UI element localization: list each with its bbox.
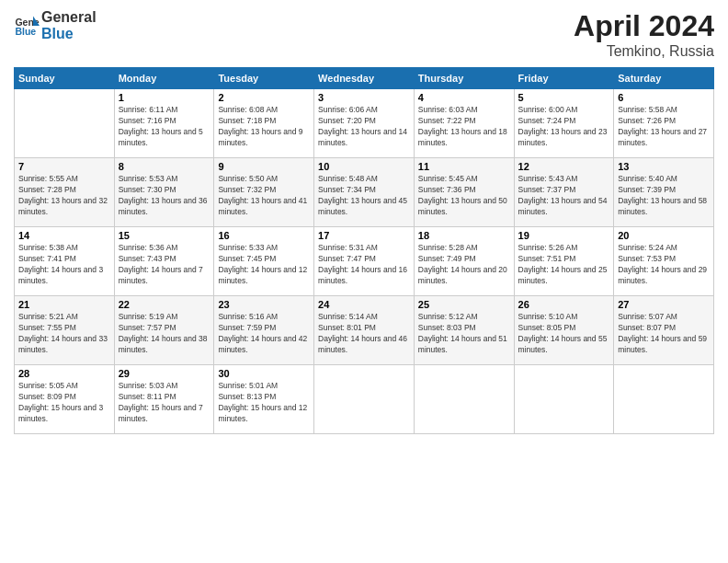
calendar-cell: 29 Sunrise: 5:03 AM Sunset: 8:11 PM Dayl… bbox=[114, 365, 214, 434]
day-number: 21 bbox=[18, 299, 110, 310]
day-info: Sunrise: 6:11 AM Sunset: 7:16 PM Dayligh… bbox=[119, 105, 210, 149]
day-info: Sunrise: 5:24 AM Sunset: 7:53 PM Dayligh… bbox=[618, 243, 710, 287]
day-info: Sunrise: 6:03 AM Sunset: 7:22 PM Dayligh… bbox=[418, 105, 510, 149]
logo-blue: Blue bbox=[41, 26, 97, 42]
day-number: 9 bbox=[218, 161, 310, 172]
day-info: Sunrise: 5:10 AM Sunset: 8:05 PM Dayligh… bbox=[518, 312, 610, 356]
weekday-header-sunday: Sunday bbox=[15, 68, 115, 89]
day-number: 7 bbox=[18, 161, 110, 172]
day-number: 14 bbox=[18, 230, 110, 241]
calendar-cell: 26 Sunrise: 5:10 AM Sunset: 8:05 PM Dayl… bbox=[514, 296, 614, 365]
calendar-cell: 1 Sunrise: 6:11 AM Sunset: 7:16 PM Dayli… bbox=[114, 89, 214, 158]
calendar-week-2: 14 Sunrise: 5:38 AM Sunset: 7:41 PM Dayl… bbox=[15, 227, 714, 296]
day-number: 20 bbox=[618, 230, 710, 241]
day-number: 27 bbox=[618, 299, 710, 310]
day-number: 22 bbox=[119, 299, 210, 310]
day-info: Sunrise: 5:12 AM Sunset: 8:03 PM Dayligh… bbox=[418, 312, 510, 356]
calendar-cell bbox=[15, 89, 115, 158]
calendar-cell: 17 Sunrise: 5:31 AM Sunset: 7:47 PM Dayl… bbox=[314, 227, 415, 296]
day-number: 2 bbox=[218, 92, 310, 103]
day-info: Sunrise: 5:03 AM Sunset: 8:11 PM Dayligh… bbox=[119, 381, 210, 425]
logo: General Blue General Blue bbox=[14, 9, 97, 41]
weekday-header-row: SundayMondayTuesdayWednesdayThursdayFrid… bbox=[15, 68, 714, 89]
day-number: 19 bbox=[518, 230, 610, 241]
day-number: 6 bbox=[618, 92, 710, 103]
main-container: General Blue General Blue April 2024 Tem… bbox=[0, 0, 728, 443]
calendar-cell: 9 Sunrise: 5:50 AM Sunset: 7:32 PM Dayli… bbox=[214, 158, 314, 227]
day-info: Sunrise: 5:33 AM Sunset: 7:45 PM Dayligh… bbox=[218, 243, 310, 287]
weekday-header-wednesday: Wednesday bbox=[314, 68, 415, 89]
calendar-cell: 7 Sunrise: 5:55 AM Sunset: 7:28 PM Dayli… bbox=[15, 158, 115, 227]
calendar-cell: 18 Sunrise: 5:28 AM Sunset: 7:49 PM Dayl… bbox=[414, 227, 514, 296]
day-info: Sunrise: 5:16 AM Sunset: 7:59 PM Dayligh… bbox=[218, 312, 310, 356]
day-number: 3 bbox=[318, 92, 410, 103]
day-info: Sunrise: 5:31 AM Sunset: 7:47 PM Dayligh… bbox=[318, 243, 410, 287]
day-info: Sunrise: 5:07 AM Sunset: 8:07 PM Dayligh… bbox=[618, 312, 710, 356]
day-number: 4 bbox=[418, 92, 510, 103]
calendar-cell: 5 Sunrise: 6:00 AM Sunset: 7:24 PM Dayli… bbox=[514, 89, 614, 158]
svg-text:Blue: Blue bbox=[15, 25, 36, 36]
day-number: 15 bbox=[119, 230, 210, 241]
calendar-cell: 22 Sunrise: 5:19 AM Sunset: 7:57 PM Dayl… bbox=[114, 296, 214, 365]
calendar-week-3: 21 Sunrise: 5:21 AM Sunset: 7:55 PM Dayl… bbox=[15, 296, 714, 365]
day-number: 29 bbox=[119, 368, 210, 379]
calendar-cell: 23 Sunrise: 5:16 AM Sunset: 7:59 PM Dayl… bbox=[214, 296, 314, 365]
calendar-week-4: 28 Sunrise: 5:05 AM Sunset: 8:09 PM Dayl… bbox=[15, 365, 714, 434]
calendar-cell: 15 Sunrise: 5:36 AM Sunset: 7:43 PM Dayl… bbox=[114, 227, 214, 296]
calendar-cell bbox=[614, 365, 714, 434]
weekday-header-tuesday: Tuesday bbox=[214, 68, 314, 89]
calendar-cell: 27 Sunrise: 5:07 AM Sunset: 8:07 PM Dayl… bbox=[614, 296, 714, 365]
day-number: 13 bbox=[618, 161, 710, 172]
day-number: 17 bbox=[318, 230, 410, 241]
calendar-cell: 13 Sunrise: 5:40 AM Sunset: 7:39 PM Dayl… bbox=[614, 158, 714, 227]
day-info: Sunrise: 5:19 AM Sunset: 7:57 PM Dayligh… bbox=[119, 312, 210, 356]
calendar-cell: 4 Sunrise: 6:03 AM Sunset: 7:22 PM Dayli… bbox=[414, 89, 514, 158]
day-info: Sunrise: 5:01 AM Sunset: 8:13 PM Dayligh… bbox=[218, 381, 310, 425]
calendar-cell bbox=[514, 365, 614, 434]
calendar-cell: 8 Sunrise: 5:53 AM Sunset: 7:30 PM Dayli… bbox=[114, 158, 214, 227]
calendar-cell: 6 Sunrise: 5:58 AM Sunset: 7:26 PM Dayli… bbox=[614, 89, 714, 158]
weekday-header-friday: Friday bbox=[514, 68, 614, 89]
logo-general: General bbox=[41, 9, 97, 26]
day-info: Sunrise: 6:00 AM Sunset: 7:24 PM Dayligh… bbox=[518, 105, 610, 149]
day-info: Sunrise: 5:05 AM Sunset: 8:09 PM Dayligh… bbox=[18, 381, 110, 425]
day-info: Sunrise: 5:28 AM Sunset: 7:49 PM Dayligh… bbox=[418, 243, 510, 287]
day-info: Sunrise: 6:06 AM Sunset: 7:20 PM Dayligh… bbox=[318, 105, 410, 149]
day-number: 24 bbox=[318, 299, 410, 310]
location-subtitle: Temkino, Russia bbox=[574, 43, 714, 60]
day-info: Sunrise: 5:26 AM Sunset: 7:51 PM Dayligh… bbox=[518, 243, 610, 287]
title-block: April 2024 Temkino, Russia bbox=[574, 9, 714, 60]
weekday-header-monday: Monday bbox=[114, 68, 214, 89]
day-number: 12 bbox=[518, 161, 610, 172]
day-info: Sunrise: 5:48 AM Sunset: 7:34 PM Dayligh… bbox=[318, 174, 410, 218]
month-year-title: April 2024 bbox=[574, 9, 714, 43]
weekday-header-thursday: Thursday bbox=[414, 68, 514, 89]
day-number: 5 bbox=[518, 92, 610, 103]
calendar-cell: 3 Sunrise: 6:06 AM Sunset: 7:20 PM Dayli… bbox=[314, 89, 415, 158]
calendar-cell: 10 Sunrise: 5:48 AM Sunset: 7:34 PM Dayl… bbox=[314, 158, 415, 227]
calendar-cell: 28 Sunrise: 5:05 AM Sunset: 8:09 PM Dayl… bbox=[15, 365, 115, 434]
day-number: 1 bbox=[119, 92, 210, 103]
calendar-week-0: 1 Sunrise: 6:11 AM Sunset: 7:16 PM Dayli… bbox=[15, 89, 714, 158]
day-info: Sunrise: 5:21 AM Sunset: 7:55 PM Dayligh… bbox=[18, 312, 110, 356]
day-info: Sunrise: 5:53 AM Sunset: 7:30 PM Dayligh… bbox=[119, 174, 210, 218]
calendar-cell: 20 Sunrise: 5:24 AM Sunset: 7:53 PM Dayl… bbox=[614, 227, 714, 296]
calendar-cell: 12 Sunrise: 5:43 AM Sunset: 7:37 PM Dayl… bbox=[514, 158, 614, 227]
day-number: 18 bbox=[418, 230, 510, 241]
day-info: Sunrise: 6:08 AM Sunset: 7:18 PM Dayligh… bbox=[218, 105, 310, 149]
calendar-cell: 16 Sunrise: 5:33 AM Sunset: 7:45 PM Dayl… bbox=[214, 227, 314, 296]
day-number: 25 bbox=[418, 299, 510, 310]
weekday-header-saturday: Saturday bbox=[614, 68, 714, 89]
day-number: 16 bbox=[218, 230, 310, 241]
calendar-cell: 2 Sunrise: 6:08 AM Sunset: 7:18 PM Dayli… bbox=[214, 89, 314, 158]
calendar-cell: 11 Sunrise: 5:45 AM Sunset: 7:36 PM Dayl… bbox=[414, 158, 514, 227]
day-info: Sunrise: 5:50 AM Sunset: 7:32 PM Dayligh… bbox=[218, 174, 310, 218]
calendar-cell: 21 Sunrise: 5:21 AM Sunset: 7:55 PM Dayl… bbox=[15, 296, 115, 365]
day-number: 11 bbox=[418, 161, 510, 172]
calendar-cell: 24 Sunrise: 5:14 AM Sunset: 8:01 PM Dayl… bbox=[314, 296, 415, 365]
day-number: 26 bbox=[518, 299, 610, 310]
calendar-cell: 19 Sunrise: 5:26 AM Sunset: 7:51 PM Dayl… bbox=[514, 227, 614, 296]
day-number: 10 bbox=[318, 161, 410, 172]
day-info: Sunrise: 5:36 AM Sunset: 7:43 PM Dayligh… bbox=[119, 243, 210, 287]
calendar-cell bbox=[314, 365, 415, 434]
